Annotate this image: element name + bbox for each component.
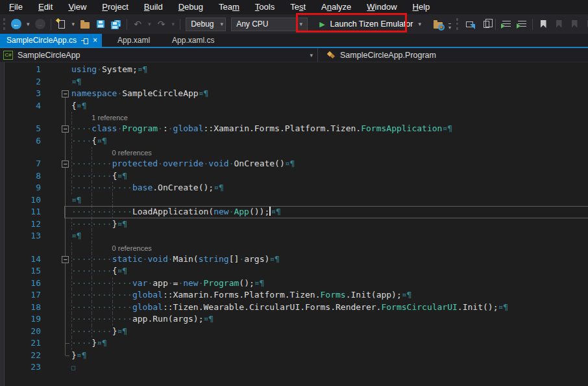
solution-configuration-dropdown[interactable]: Debug ▾ [186, 18, 226, 31]
code-content[interactable]: 1 reference [71, 112, 588, 123]
codelens-references[interactable]: 0 references [71, 244, 152, 252]
navigate-back-button[interactable]: ← [11, 17, 21, 31]
code-line-19[interactable]: 19············app.Run(args);¤¶ [0, 313, 588, 326]
line-number[interactable]: 12 [0, 218, 41, 231]
code-line-20[interactable]: 20········}¤¶ [0, 326, 588, 338]
code-content[interactable]: {¤¶ [71, 100, 588, 112]
decrease-indent-button[interactable] [501, 17, 511, 31]
line-number[interactable]: 10 [0, 194, 41, 207]
line-number[interactable]: 9 [0, 182, 41, 194]
toggle-bookmark-button[interactable] [538, 17, 548, 31]
code-content[interactable]: ········static·void·Main(string[]·args)¤… [71, 253, 588, 266]
codelens-references[interactable]: 1 reference [71, 114, 128, 122]
line-number[interactable] [0, 147, 41, 158]
line-number[interactable]: 22 [0, 350, 41, 362]
line-number[interactable]: 13 [0, 230, 41, 242]
close-icon[interactable]: × [93, 37, 97, 44]
line-number[interactable]: 4 [0, 100, 41, 112]
line-number[interactable]: 19 [0, 313, 41, 326]
code-content[interactable]: ········protected·override·void·OnCreate… [71, 158, 588, 170]
code-content[interactable]: ····}¤¶ [71, 337, 588, 350]
project-dropdown[interactable]: C# SampleCircleApp ▾ [0, 48, 318, 62]
find-all-references-button[interactable] [480, 17, 490, 31]
menu-test[interactable]: Test [282, 1, 313, 14]
new-item-dropdown[interactable]: ▾ [72, 21, 75, 27]
line-number[interactable]: 1 [0, 64, 41, 76]
solution-platform-dropdown[interactable]: Any CPU ▾ [231, 18, 308, 31]
code-line-21[interactable]: 21····}¤¶ [0, 337, 588, 350]
code-content[interactable]: ¤¶ [71, 194, 588, 207]
undo-dropdown[interactable]: ▾ [148, 21, 151, 27]
code-line-11[interactable]: 11············LoadApplication(new·App())… [0, 206, 588, 218]
menu-view[interactable]: View [60, 1, 94, 14]
code-line-6[interactable]: 6····{¤¶ [0, 135, 588, 148]
code-line-2[interactable]: 2¤¶ [0, 76, 588, 88]
tab-app-xaml[interactable]: App.xaml [111, 34, 156, 47]
code-content[interactable]: 0 references [71, 147, 588, 158]
line-number[interactable] [0, 112, 41, 123]
codelens-row[interactable]: 1 reference [0, 112, 588, 123]
launch-target-dropdown[interactable]: ▾ [418, 21, 421, 27]
toolbar-drag-handle[interactable] [456, 18, 459, 30]
code-line-9[interactable]: 9············base.OnCreate();¤¶ [0, 182, 588, 194]
navigate-back-dropdown[interactable]: ▾ [27, 21, 30, 27]
save-all-button[interactable] [111, 17, 121, 31]
code-editor[interactable]: 1using·System;¤¶2¤¶3−namespace·SampleCir… [0, 62, 588, 386]
code-line-8[interactable]: 8········{¤¶ [0, 170, 588, 183]
pin-icon[interactable] [81, 37, 88, 44]
new-item-button[interactable] [56, 17, 67, 31]
menu-help[interactable]: Help [405, 1, 438, 14]
line-number[interactable] [0, 242, 41, 253]
line-number[interactable]: 5 [0, 123, 41, 135]
line-number[interactable]: 3 [0, 88, 41, 100]
code-line-15[interactable]: 15········{¤¶ [0, 265, 588, 277]
navigate-forward-button[interactable]: → [35, 17, 45, 31]
line-number[interactable]: 18 [0, 302, 41, 314]
menu-analyze[interactable]: Analyze [313, 1, 359, 14]
open-file-button[interactable] [80, 17, 90, 31]
code-content[interactable]: ············base.OnCreate();¤¶ [71, 182, 588, 194]
code-content[interactable]: using·System;¤¶ [71, 64, 588, 76]
next-bookmark-button[interactable] [569, 17, 580, 31]
codelens-references[interactable]: 0 references [71, 149, 152, 157]
code-line-5[interactable]: 5−····class·Program·:·global::Xamarin.Fo… [0, 123, 588, 135]
line-number[interactable]: 8 [0, 170, 41, 183]
code-content[interactable]: ¤¶ [71, 230, 588, 242]
line-number[interactable]: 23 [0, 361, 41, 374]
line-number[interactable]: 21 [0, 337, 41, 350]
code-content[interactable]: ····{¤¶ [71, 135, 588, 148]
code-content[interactable]: ············global::Tizen.Wearable.Circu… [71, 302, 588, 314]
code-content[interactable]: ········}¤¶ [71, 326, 588, 338]
code-content[interactable]: ············LoadApplication(new·App());¤… [71, 206, 588, 218]
code-line-16[interactable]: 16············var·app·=·new·Program();¤¶ [0, 277, 588, 290]
menu-file[interactable]: File [1, 1, 31, 14]
menu-team[interactable]: Team [211, 1, 247, 14]
line-number[interactable]: 17 [0, 289, 41, 302]
code-line-22[interactable]: 22}¤¶ [0, 350, 588, 362]
code-content[interactable]: ············var·app·=·new·Program();¤¶ [71, 277, 588, 290]
code-line-3[interactable]: 3−namespace·SampleCircleApp¤¶ [0, 88, 588, 100]
tab-app-xaml-cs[interactable]: App.xaml.cs [165, 34, 221, 47]
line-number[interactable]: 7 [0, 158, 41, 170]
codelens-row[interactable]: 0 references [0, 147, 588, 158]
code-content[interactable]: □ [71, 361, 588, 374]
line-number[interactable]: 2 [0, 76, 41, 88]
line-number[interactable]: 14 [0, 253, 41, 266]
increase-indent-button[interactable] [517, 17, 527, 31]
save-button[interactable] [95, 17, 106, 31]
line-number[interactable]: 20 [0, 326, 41, 338]
code-content[interactable]: }¤¶ [71, 350, 588, 362]
code-line-23[interactable]: 23□ [0, 361, 588, 374]
code-content[interactable]: ········}¤¶ [71, 218, 588, 231]
code-line-17[interactable]: 17············global::Xamarin.Forms.Plat… [0, 289, 588, 302]
menu-window[interactable]: Window [359, 1, 404, 14]
code-line-4[interactable]: 4{¤¶ [0, 100, 588, 112]
code-content[interactable]: 0 references [71, 242, 588, 253]
line-number[interactable]: 11 [0, 206, 41, 218]
code-line-14[interactable]: 14−········static·void·Main(string[]·arg… [0, 253, 588, 266]
find-in-files-button[interactable] [433, 17, 443, 31]
code-content[interactable]: ····class·Program·:·global::Xamarin.Form… [71, 123, 588, 135]
redo-button[interactable]: ↷ [156, 17, 167, 31]
code-line-13[interactable]: 13¤¶ [0, 230, 588, 242]
code-content[interactable]: ¤¶ [71, 76, 588, 88]
